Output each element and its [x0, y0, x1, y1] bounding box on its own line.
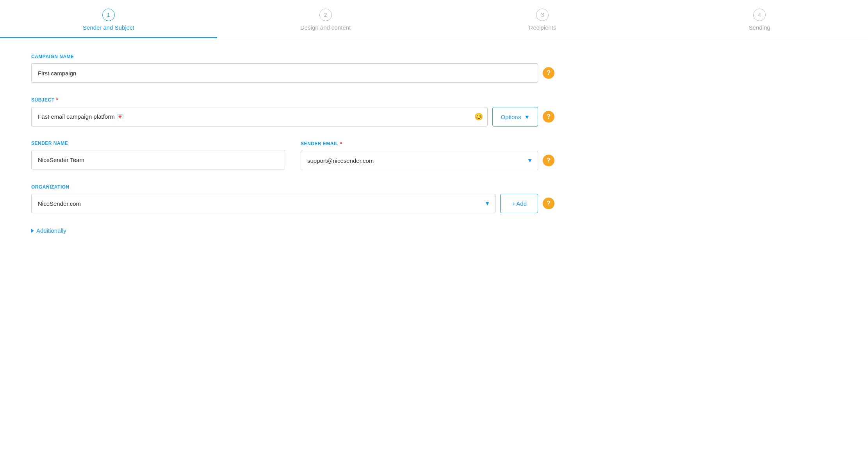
organization-help-icon[interactable]: ?: [543, 198, 554, 209]
organization-section: ORGANIZATION NiceSender.com ▼ + Add ?: [31, 184, 554, 213]
campaign-name-section: CAMPAIGN NAME ?: [31, 54, 554, 83]
sender-email-help-icon[interactable]: ?: [543, 155, 554, 166]
sender-name-input[interactable]: [31, 150, 285, 169]
sender-name-group: SENDER NAME: [31, 141, 285, 170]
sender-name-label: SENDER NAME: [31, 141, 285, 146]
step-2-label: Design and content: [300, 24, 351, 31]
step-1[interactable]: 1 Sender and Subject: [0, 0, 217, 38]
sender-email-required-star: *: [340, 141, 342, 147]
sender-two-col: SENDER NAME SENDER EMAIL * support@nices…: [31, 141, 554, 170]
subject-help-icon[interactable]: ?: [543, 111, 554, 123]
emoji-picker-button[interactable]: 😊: [474, 112, 483, 121]
step-2[interactable]: 2 Design and content: [217, 0, 434, 38]
organization-row: NiceSender.com ▼ + Add ?: [31, 194, 554, 213]
options-dropdown-arrow-icon: ▼: [524, 114, 530, 120]
step-4-number: 4: [753, 9, 766, 21]
subject-wrapper: 😊: [31, 107, 488, 127]
step-4[interactable]: 4 Sending: [651, 0, 868, 38]
step-3-number: 3: [536, 9, 549, 21]
step-4-label: Sending: [749, 24, 770, 31]
step-3[interactable]: 3 Recipients: [434, 0, 651, 38]
sender-email-row: support@nicesender.com ▼ ?: [301, 151, 554, 170]
campaign-name-row: ?: [31, 63, 554, 83]
subject-label: SUBJECT *: [31, 97, 554, 103]
sender-section: SENDER NAME SENDER EMAIL * support@nices…: [31, 141, 554, 170]
step-1-label: Sender and Subject: [83, 24, 134, 31]
additionally-button[interactable]: Additionally: [31, 227, 66, 234]
campaign-name-label: CAMPAIGN NAME: [31, 54, 554, 59]
chevron-right-icon: [31, 229, 34, 233]
sender-email-select-wrapper: support@nicesender.com ▼: [301, 151, 538, 170]
organization-label: ORGANIZATION: [31, 184, 554, 190]
organization-select[interactable]: NiceSender.com: [31, 194, 495, 213]
main-content: CAMPAIGN NAME ? SUBJECT * 😊 Options ▼: [0, 38, 586, 257]
subject-required-star: *: [56, 97, 59, 103]
sender-email-label: SENDER EMAIL *: [301, 141, 554, 147]
options-button[interactable]: Options ▼: [492, 107, 538, 127]
step-2-number: 2: [319, 9, 332, 21]
sender-email-select[interactable]: support@nicesender.com: [301, 151, 538, 170]
subject-section: SUBJECT * 😊 Options ▼ ?: [31, 97, 554, 127]
organization-select-wrapper: NiceSender.com ▼: [31, 194, 495, 213]
steps-bar: 1 Sender and Subject 2 Design and conten…: [0, 0, 868, 38]
subject-row: 😊 Options ▼ ?: [31, 107, 554, 127]
sender-email-group: SENDER EMAIL * support@nicesender.com ▼ …: [301, 141, 554, 170]
step-3-label: Recipients: [529, 24, 556, 31]
add-button[interactable]: + Add: [500, 194, 538, 213]
step-1-number: 1: [102, 9, 115, 21]
sender-name-row: [31, 150, 285, 169]
campaign-name-input[interactable]: [31, 63, 538, 83]
campaign-name-help-icon[interactable]: ?: [543, 67, 554, 79]
subject-input[interactable]: [31, 107, 488, 127]
